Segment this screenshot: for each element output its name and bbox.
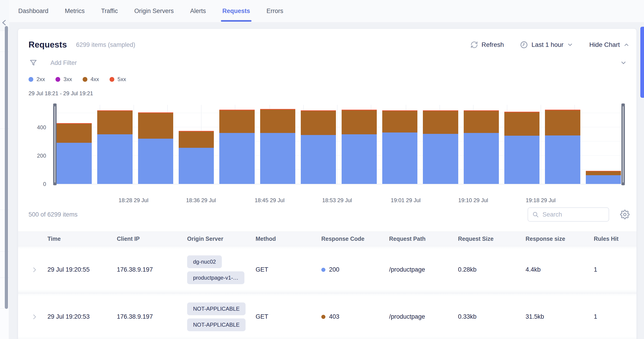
legend-label: 5xx bbox=[118, 76, 126, 83]
stacked-bar-9[interactable] bbox=[382, 110, 418, 184]
chevron-down-icon[interactable] bbox=[620, 59, 627, 66]
stacked-bar-12[interactable] bbox=[504, 112, 540, 184]
origin-server-tag: NOT-APPLICABLE bbox=[187, 302, 246, 315]
origin-server-tag: productpage-v1-… bbox=[187, 271, 244, 284]
bar-segment-4xx bbox=[504, 112, 540, 136]
response-code-dot bbox=[321, 315, 326, 319]
legend-item-2xx[interactable]: 2xx bbox=[28, 76, 45, 83]
stacked-bar-10[interactable] bbox=[423, 110, 458, 184]
stacked-bar-11[interactable] bbox=[464, 110, 499, 184]
top-nav-tabs: DashboardMetricsTrafficOrigin ServersAle… bbox=[9, 0, 644, 22]
tab-origin-servers[interactable]: Origin Servers bbox=[134, 0, 174, 22]
refresh-icon bbox=[470, 41, 478, 49]
table-settings-button[interactable] bbox=[620, 210, 630, 219]
tab-errors[interactable]: Errors bbox=[266, 0, 284, 22]
stacked-bar-1[interactable] bbox=[56, 123, 92, 184]
search-input[interactable] bbox=[542, 211, 604, 218]
requests-chart: 0200400 18:28 29 Jul18:36 29 Jul18:45 29… bbox=[28, 105, 630, 207]
chevron-right-icon bbox=[31, 313, 38, 320]
y-tick-label: 400 bbox=[37, 124, 46, 131]
legend-item-5xx[interactable]: 5xx bbox=[110, 76, 126, 83]
hide-chart-button[interactable]: Hide Chart bbox=[589, 41, 630, 49]
cell-response-size: 31.5kb bbox=[526, 313, 594, 320]
stacked-bar-8[interactable] bbox=[342, 110, 377, 184]
bar-segment-2xx bbox=[545, 135, 580, 184]
table-row-1[interactable]: 29 Jul 19:20:55176.38.9.197dg-nuc02produ… bbox=[18, 246, 636, 293]
cell-request-size: 0.33kb bbox=[458, 313, 526, 320]
brush-handle-left[interactable] bbox=[53, 104, 56, 185]
y-tick-label: 200 bbox=[37, 153, 46, 159]
stacked-bar-13[interactable] bbox=[545, 110, 580, 184]
row-expander[interactable] bbox=[18, 313, 48, 320]
sidebar-scrollbar[interactable] bbox=[5, 26, 8, 309]
bar-segment-4xx bbox=[56, 124, 92, 143]
tab-requests[interactable]: Requests bbox=[222, 0, 250, 22]
y-tick-label: 0 bbox=[43, 181, 46, 187]
column-header-response-code[interactable]: Response Code bbox=[321, 235, 389, 242]
bar-segment-4xx bbox=[382, 111, 418, 133]
page-scrollbar[interactable] bbox=[640, 27, 644, 98]
tab-label: Traffic bbox=[101, 8, 118, 15]
origin-server-tag: NOT-APPLICABLE bbox=[187, 318, 246, 331]
column-header-request-size[interactable]: Request Size bbox=[458, 235, 526, 242]
column-header-response-size[interactable]: Response size bbox=[526, 235, 594, 242]
items-count: 6299 items (sampled) bbox=[76, 41, 135, 49]
column-header-origin-server[interactable]: Origin Server bbox=[187, 235, 256, 242]
stacked-bar-14[interactable] bbox=[586, 171, 621, 184]
legend-label: 4xx bbox=[90, 76, 99, 83]
tab-metrics[interactable]: Metrics bbox=[65, 0, 85, 22]
clock-icon bbox=[520, 41, 528, 49]
cell-response-code: 200 bbox=[321, 266, 389, 273]
bar-segment-4xx bbox=[586, 171, 621, 175]
bar-segment-2xx bbox=[342, 134, 377, 184]
time-range-selector[interactable]: Last 1 hour bbox=[520, 41, 573, 49]
cell-method: GET bbox=[256, 266, 321, 273]
column-header-request-path[interactable]: Request Path bbox=[389, 235, 458, 242]
stacked-bar-3[interactable] bbox=[138, 112, 173, 184]
x-axis-labels: 18:28 29 Jul18:36 29 Jul18:45 29 Jul18:5… bbox=[55, 184, 622, 207]
filter-icon bbox=[29, 59, 38, 67]
legend-item-4xx[interactable]: 4xx bbox=[82, 76, 99, 83]
stacked-bar-4[interactable] bbox=[179, 131, 214, 184]
cell-method: GET bbox=[256, 313, 321, 320]
cell-origin-server: NOT-APPLICABLENOT-APPLICABLE bbox=[187, 302, 256, 331]
legend-item-3xx[interactable]: 3xx bbox=[56, 76, 72, 83]
column-header-method[interactable]: Method bbox=[256, 235, 321, 242]
bar-segment-4xx bbox=[260, 110, 295, 133]
add-filter-bar[interactable]: Add Filter bbox=[28, 57, 630, 69]
row-expander[interactable] bbox=[18, 266, 48, 273]
stacked-bar-5[interactable] bbox=[219, 110, 254, 184]
cell-request-path: /productpage bbox=[389, 266, 458, 273]
tab-traffic[interactable]: Traffic bbox=[101, 0, 118, 22]
cell-response-code: 403 bbox=[321, 313, 389, 320]
column-header-time[interactable]: Time bbox=[48, 235, 117, 242]
bar-segment-4xx bbox=[138, 113, 173, 138]
left-sidebar-edge bbox=[0, 0, 9, 339]
cell-request-path: /productpage bbox=[389, 313, 458, 320]
table-body: 29 Jul 19:20:55176.38.9.197dg-nuc02produ… bbox=[18, 246, 636, 339]
chevron-up-icon bbox=[623, 42, 630, 48]
sidebar-collapse-area[interactable] bbox=[0, 0, 9, 31]
response-code-value: 403 bbox=[329, 313, 339, 320]
x-tick-label: 18:36 29 Jul bbox=[186, 197, 216, 204]
stacked-bar-2[interactable] bbox=[97, 110, 132, 184]
column-header-rules-hit[interactable]: Rules Hit bbox=[594, 235, 636, 242]
column-header-client-ip[interactable]: Client IP bbox=[117, 235, 187, 242]
brush-handle-right[interactable] bbox=[622, 104, 625, 185]
cell-client-ip: 176.38.9.197 bbox=[117, 313, 187, 320]
tab-label: Dashboard bbox=[18, 8, 48, 15]
refresh-button[interactable]: Refresh bbox=[470, 41, 504, 49]
stacked-bar-7[interactable] bbox=[301, 110, 336, 184]
tab-alerts[interactable]: Alerts bbox=[190, 0, 206, 22]
tab-dashboard[interactable]: Dashboard bbox=[18, 0, 48, 22]
bar-segment-2xx bbox=[504, 136, 540, 184]
bar-segment-2xx bbox=[301, 135, 336, 184]
table-row-2[interactable]: 29 Jul 19:20:53176.38.9.197NOT-APPLICABL… bbox=[18, 293, 636, 339]
x-tick-label: 19:10 29 Jul bbox=[458, 197, 488, 204]
sidebar-divider bbox=[0, 308, 9, 309]
tab-label: Errors bbox=[266, 8, 284, 15]
panel-header: Requests 6299 items (sampled) Refresh La… bbox=[28, 37, 630, 53]
search-icon bbox=[532, 211, 539, 218]
stacked-bar-6[interactable] bbox=[260, 109, 295, 184]
chart-legend: 2xx3xx4xx5xx bbox=[28, 76, 630, 83]
